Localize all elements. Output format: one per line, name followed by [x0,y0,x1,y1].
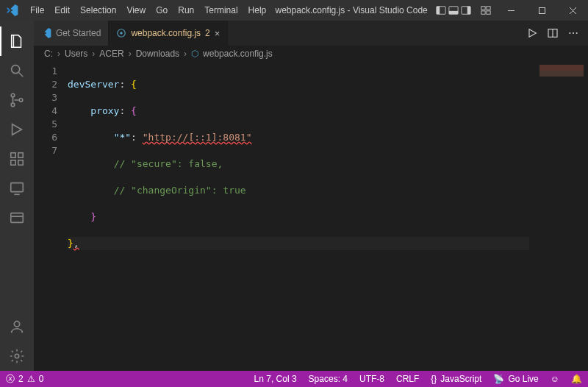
svg-point-18 [19,99,23,102]
broadcast-icon: 📡 [493,374,504,384]
status-eol[interactable]: CRLF [390,371,425,387]
menu-terminal[interactable]: Terminal [199,0,243,21]
menu-go[interactable]: Go [151,0,173,21]
menu-selection[interactable]: Selection [75,0,121,21]
svg-rect-5 [467,7,470,15]
svg-rect-8 [481,11,485,14]
tab-webpack-config[interactable]: webpack.config.js 2 × [109,21,228,46]
vscode-logo-icon [0,4,25,16]
svg-point-27 [14,322,19,327]
editor-tab-bar: Get Started webpack.config.js 2 × [34,21,588,46]
status-problems[interactable]: ⓧ2 ⚠0 [0,371,49,387]
more-actions-icon[interactable] [567,27,579,39]
breadcrumbs[interactable]: C:› Users› ACER› Downloads› ⬡ webpack.co… [34,46,588,62]
menu-run[interactable]: Run [173,0,199,21]
minimap-content [539,65,584,77]
menu-view[interactable]: View [121,0,151,21]
main-menu: File Edit Selection View Go Run Terminal… [25,0,271,21]
search-icon[interactable] [0,56,34,85]
account-icon[interactable] [0,312,34,341]
split-editor-icon[interactable] [547,27,559,39]
tab-label: Get Started [56,28,101,38]
toggle-panel-left-icon[interactable] [436,5,446,15]
svg-point-28 [15,354,19,358]
braces-icon: {} [431,374,437,384]
vscode-tab-icon [41,28,51,38]
breadcrumb-segment[interactable]: C: [44,49,53,59]
status-cursor-position[interactable]: Ln 7, Col 3 [248,371,303,387]
status-indentation[interactable]: Spaces: 4 [303,371,354,387]
svg-rect-9 [487,11,490,14]
menu-edit[interactable]: Edit [49,0,75,21]
svg-point-16 [11,93,15,97]
tab-get-started[interactable]: Get Started [34,21,109,46]
customize-layout-icon[interactable] [481,5,491,15]
title-bar: File Edit Selection View Go Run Terminal… [0,0,588,21]
remote-icon[interactable] [0,174,34,203]
breadcrumb-segment[interactable]: Users [65,49,87,59]
activity-bar [0,21,34,371]
svg-rect-19 [11,153,15,157]
close-window-button[interactable] [557,0,588,21]
status-feedback-icon[interactable]: ☺ [545,371,565,387]
error-icon: ⓧ [6,373,15,386]
svg-rect-25 [11,213,24,223]
line-number-gutter: 1 2 3 4 5 6 7 [34,62,68,371]
status-bar: ⓧ2 ⚠0 Ln 7, Col 3 Spaces: 4 UTF-8 CRLF {… [0,371,588,387]
layout-controls [436,5,471,15]
source-control-icon[interactable] [0,85,34,115]
status-notifications-icon[interactable]: 🔔 [565,371,588,387]
settings-gear-icon[interactable] [0,341,34,371]
explorer-icon[interactable] [0,26,34,56]
toggle-panel-bottom-icon[interactable] [448,5,459,15]
svg-rect-22 [18,153,23,157]
warning-icon: ⚠ [27,374,35,384]
svg-rect-11 [539,7,545,13]
js-file-icon: ⬡ [191,49,198,59]
breadcrumb-segment[interactable]: Downloads [136,49,179,59]
editor-actions [517,21,588,46]
run-debug-icon[interactable] [0,115,34,144]
svg-point-33 [569,32,570,34]
svg-rect-21 [18,160,23,165]
breadcrumb-segment[interactable]: ACER [99,49,123,59]
breadcrumb-segment[interactable]: webpack.config.js [203,49,273,59]
maximize-button[interactable] [526,0,557,21]
svg-point-34 [573,32,574,34]
run-file-icon[interactable] [526,27,538,39]
menu-help[interactable]: Help [243,0,272,21]
close-tab-icon[interactable]: × [215,28,220,39]
svg-rect-6 [481,7,485,10]
status-language[interactable]: {}JavaScript [425,371,487,387]
js-file-icon [116,28,126,38]
svg-rect-23 [11,183,24,192]
extensions-icon[interactable] [0,144,34,174]
svg-rect-1 [437,7,440,15]
svg-rect-20 [11,160,15,165]
minimize-button[interactable] [495,0,526,21]
svg-line-15 [19,73,24,77]
window-controls [495,0,588,21]
testing-icon[interactable] [0,203,34,232]
svg-point-17 [11,103,15,107]
window-title: webpack.config.js - Visual Studio Code [271,5,431,15]
svg-point-14 [12,65,20,74]
svg-point-30 [121,32,123,35]
svg-point-35 [576,32,578,34]
toggle-panel-right-icon[interactable] [461,5,471,15]
status-go-live[interactable]: 📡Go Live [487,371,544,387]
menu-file[interactable]: File [25,0,49,21]
tab-problems-badge: 2 [205,28,210,38]
minimap[interactable] [529,62,588,371]
code-editor[interactable]: devServer: { proxy: { "*": "http://[::1]… [68,62,529,371]
tab-label: webpack.config.js [131,28,201,38]
svg-rect-3 [449,11,458,14]
svg-rect-7 [487,7,490,10]
status-encoding[interactable]: UTF-8 [354,371,390,387]
